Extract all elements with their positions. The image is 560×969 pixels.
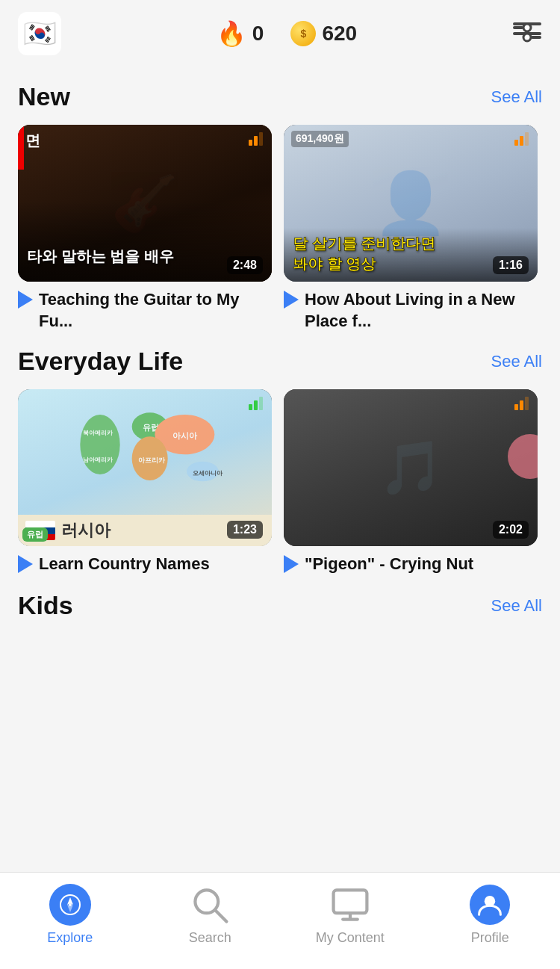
section-new: New See All 🎸 타와 — [0, 82, 560, 332]
profile-icon — [476, 891, 503, 918]
duration-guitar: 2:48 — [227, 256, 263, 274]
my-content-icon — [329, 884, 371, 926]
card-map-title-text: Learn Country Names — [39, 554, 210, 575]
bottom-navigation: Explore Search My Content — [0, 872, 560, 969]
streak-stat: 🔥 0 — [217, 19, 264, 48]
nav-profile-label: Profile — [471, 930, 509, 946]
signal-bars-music — [514, 397, 529, 410]
section-new-header: New See All — [18, 82, 542, 111]
header-stats: 🔥 0 $ 620 — [61, 19, 512, 48]
svg-point-20 — [69, 903, 72, 906]
world-map-svg: 유럽 아시아 아프리카 북아메리카 남아메리카 — [25, 397, 264, 516]
svg-text:아시아: 아시아 — [172, 431, 198, 440]
card-music-title-row: "Pigeon" - Crying Nut — [284, 554, 538, 576]
section-new-title: New — [18, 82, 70, 111]
section-kids-see-all[interactable]: See All — [491, 596, 543, 616]
explore-icon-bg — [49, 884, 91, 926]
app-header: 🇰🇷 🔥 0 $ 620 — [0, 0, 560, 67]
play-icon-music — [284, 555, 299, 576]
play-icon-map — [18, 555, 33, 576]
profile-icon-container — [469, 884, 511, 926]
card-music[interactable]: 🎵 2:02 "Pi — [284, 389, 538, 576]
card-living[interactable]: 👤 691,490원 달 살기를 준비한다면 봐야 할 영상 — [284, 125, 538, 332]
signal-bars-living — [514, 132, 529, 146]
search-icon-container — [189, 884, 231, 926]
svg-rect-4 — [531, 36, 541, 39]
flag-emoji: 🇰🇷 — [23, 18, 57, 49]
profile-avatar — [470, 885, 510, 925]
flag-button[interactable]: 🇰🇷 — [18, 12, 61, 55]
section-everyday-cards: 유럽 아시아 아프리카 북아메리카 남아메리카 — [18, 389, 542, 576]
play-icon-living — [284, 291, 299, 312]
card-guitar-title-text: Teaching the Guitar to My Fu... — [39, 289, 272, 332]
card-map[interactable]: 유럽 아시아 아프리카 북아메리카 남아메리카 — [18, 389, 272, 576]
compass-icon — [59, 894, 81, 916]
nav-search[interactable]: Search — [140, 884, 281, 946]
svg-text:북아메리카: 북아메리카 — [83, 430, 113, 436]
nav-my-content[interactable]: My Content — [280, 884, 420, 946]
card-guitar-thumbnail: 🎸 타와 말하는 법을 배우 — [18, 125, 272, 282]
card-guitar-title-row: Teaching the Guitar to My Fu... — [18, 289, 272, 332]
section-kids-title: Kids — [18, 591, 73, 620]
section-everyday: Everyday Life See All 유럽 — [0, 347, 560, 576]
nav-search-label: Search — [189, 930, 231, 946]
duration-music: 2:02 — [493, 521, 529, 539]
svg-text:오세아니아: 오세아니아 — [193, 471, 223, 477]
nav-explore[interactable]: Explore — [0, 884, 140, 946]
nav-my-content-label: My Content — [316, 930, 385, 946]
section-everyday-header: Everyday Life See All — [18, 347, 542, 376]
card-living-title-text: How About Living in a New Place f... — [305, 289, 538, 332]
duration-living: 1:16 — [493, 256, 529, 274]
play-icon-guitar — [18, 291, 33, 312]
streak-count: 0 — [252, 22, 264, 46]
svg-text:아프리카: 아프리카 — [138, 456, 166, 464]
card-guitar[interactable]: 🎸 타와 말하는 법을 배우 — [18, 125, 272, 332]
svg-rect-23 — [333, 890, 367, 913]
svg-point-2 — [523, 24, 531, 31]
card-map-title-row: Learn Country Names — [18, 554, 272, 576]
card-living-thumbnail: 👤 691,490원 달 살기를 준비한다면 봐야 할 영상 — [284, 125, 538, 282]
section-everyday-see-all[interactable]: See All — [491, 352, 543, 371]
my-content-icon-container — [329, 884, 371, 926]
card-map-thumbnail: 유럽 아시아 아프리카 북아메리카 남아메리카 — [18, 389, 272, 546]
settings-button[interactable] — [512, 19, 542, 49]
coin-icon: $ — [290, 21, 316, 46]
svg-line-22 — [215, 910, 226, 921]
card-living-title-row: How About Living in a New Place f... — [284, 289, 538, 332]
card-music-title-text: "Pigeon" - Crying Nut — [305, 554, 473, 575]
signal-bars-map — [249, 397, 263, 410]
svg-rect-1 — [513, 26, 523, 29]
section-kids-header: Kids See All — [18, 591, 542, 620]
svg-point-5 — [523, 34, 531, 41]
card-music-thumbnail: 🎵 2:02 — [284, 389, 538, 546]
flame-icon: 🔥 — [217, 19, 246, 48]
section-everyday-title: Everyday Life — [18, 347, 183, 376]
section-new-cards: 🎸 타와 말하는 법을 배우 — [18, 125, 542, 332]
signal-bars-guitar — [249, 132, 263, 146]
svg-point-12 — [80, 415, 119, 474]
settings-icon — [513, 22, 541, 45]
nav-explore-label: Explore — [47, 930, 93, 946]
duration-map: 1:23 — [227, 521, 263, 539]
search-icon — [189, 884, 231, 926]
nav-profile[interactable]: Profile — [420, 884, 561, 946]
section-kids: Kids See All — [0, 591, 560, 620]
coin-stat: $ 620 — [290, 21, 357, 46]
coin-count: 620 — [322, 22, 357, 46]
svg-text:남아메리카: 남아메리카 — [83, 456, 113, 463]
section-new-see-all[interactable]: See All — [491, 87, 543, 107]
